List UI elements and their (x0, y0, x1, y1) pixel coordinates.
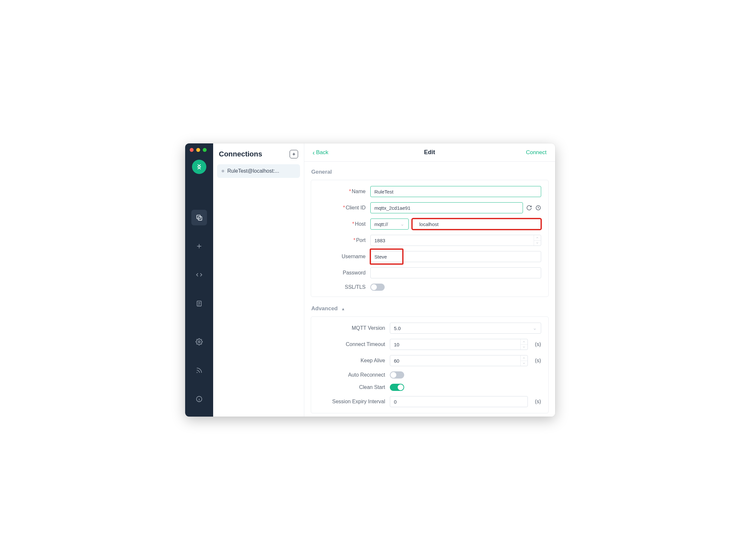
stepper-down-icon[interactable] (521, 345, 528, 350)
main-area: ‹ Back Edit Connect General *Name *Clien… (304, 143, 555, 417)
nav-script[interactable] (191, 267, 207, 283)
code-icon (196, 271, 203, 278)
host-scheme-value: mqtt:// (375, 221, 388, 227)
client-id-label: Client ID (346, 205, 365, 210)
username-input[interactable] (370, 251, 541, 262)
host-scheme-select[interactable]: mqtt:// ⌄ (370, 219, 409, 230)
connect-button[interactable]: Connect (526, 149, 546, 156)
logo-icon (196, 163, 203, 171)
auto-reconnect-toggle[interactable] (390, 371, 404, 378)
keep-alive-unit: (s) (535, 358, 541, 363)
app-window: Connections RuleTest@localhost:... ‹ Bac… (185, 143, 555, 417)
copy-icon (196, 214, 203, 221)
section-advanced-toggle[interactable]: Advanced ▲ (311, 305, 548, 312)
ssl-label: SSL/TLS (345, 284, 365, 290)
row-mqtt-version: MQTT Version 5.0 ⌄ (318, 323, 541, 334)
mqtt-version-value: 5.0 (394, 326, 401, 331)
clock-icon (535, 205, 541, 211)
stepper-down-icon[interactable] (521, 361, 528, 366)
username-label: Username (342, 254, 366, 259)
chevron-down-icon: ⌄ (400, 221, 404, 227)
document-icon (196, 300, 203, 307)
connections-sidebar: Connections RuleTest@localhost:... (213, 143, 304, 417)
add-connection-button[interactable] (290, 150, 298, 158)
row-password: Password (318, 267, 541, 278)
auto-reconnect-label: Auto Reconnect (348, 372, 385, 377)
page-title: Edit (424, 149, 435, 156)
plus-icon (292, 152, 296, 156)
row-keep-alive: Keep Alive (s) (318, 355, 541, 366)
port-label: Port (356, 237, 365, 243)
sidebar-header: Connections (213, 143, 304, 163)
keep-alive-label: Keep Alive (361, 358, 385, 363)
stepper-up-icon[interactable] (534, 235, 541, 241)
clean-start-toggle[interactable] (390, 384, 404, 391)
nav-log[interactable] (191, 296, 207, 311)
client-id-history-button[interactable] (535, 205, 541, 211)
client-id-input[interactable] (370, 202, 523, 213)
window-controls (190, 148, 207, 152)
nav-connections[interactable] (191, 210, 207, 225)
refresh-icon (526, 205, 532, 211)
clean-start-label: Clean Start (359, 384, 385, 390)
app-logo (192, 160, 206, 174)
status-dot-icon (221, 170, 224, 173)
connect-timeout-unit: (s) (535, 341, 541, 347)
gear-icon (196, 338, 203, 345)
row-port: *Port (318, 235, 541, 246)
name-input[interactable] (370, 186, 541, 197)
mqtt-version-label: MQTT Version (352, 325, 385, 331)
back-label: Back (316, 149, 328, 156)
maximize-window-button[interactable] (203, 148, 207, 152)
sidebar-title: Connections (219, 150, 262, 158)
refresh-client-id-button[interactable] (526, 205, 532, 211)
port-input[interactable] (370, 235, 541, 246)
connect-timeout-stepper[interactable] (520, 339, 528, 350)
connect-timeout-input[interactable] (390, 339, 528, 350)
port-stepper[interactable] (534, 235, 541, 245)
row-connect-timeout: Connect Timeout (s) (318, 339, 541, 350)
connection-label: RuleTest@localhost:... (227, 168, 279, 174)
plus-icon (196, 243, 203, 250)
ssl-toggle[interactable] (370, 284, 385, 291)
nav-new[interactable] (191, 238, 207, 254)
caret-up-icon: ▲ (341, 307, 345, 311)
main-header: ‹ Back Edit Connect (304, 143, 555, 161)
nav-rail (185, 143, 213, 417)
nav-about[interactable] (191, 391, 207, 407)
keep-alive-stepper[interactable] (520, 355, 528, 366)
chevron-down-icon: ⌄ (533, 325, 537, 331)
nav-feed[interactable] (191, 363, 207, 378)
nav-group-bottom (191, 334, 207, 407)
back-button[interactable]: ‹ Back (313, 149, 328, 156)
session-expiry-unit: (s) (535, 399, 541, 405)
minimize-window-button[interactable] (196, 148, 200, 152)
info-icon (196, 396, 203, 403)
chevron-left-icon: ‹ (313, 149, 315, 156)
mqtt-version-select[interactable]: 5.0 ⌄ (390, 323, 541, 334)
nav-settings[interactable] (191, 334, 207, 350)
stepper-up-icon[interactable] (521, 355, 528, 361)
form-body: General *Name *Client ID (304, 161, 555, 417)
connection-item[interactable]: RuleTest@localhost:... (217, 164, 300, 178)
session-expiry-input[interactable] (390, 396, 528, 407)
stepper-down-icon[interactable] (534, 241, 541, 246)
section-advanced-label: Advanced (311, 305, 338, 312)
rss-icon (196, 367, 203, 374)
row-auto-reconnect: Auto Reconnect (318, 371, 541, 378)
svg-point-3 (198, 341, 200, 343)
row-clean-start: Clean Start (318, 384, 541, 391)
general-panel: *Name *Client ID (311, 180, 549, 297)
password-input[interactable] (370, 267, 541, 278)
stepper-up-icon[interactable] (521, 339, 528, 345)
name-label: Name (352, 189, 366, 194)
row-client-id: *Client ID (318, 202, 541, 213)
session-expiry-label: Session Expiry Interval (332, 399, 385, 404)
section-general-label: General (311, 169, 548, 175)
close-window-button[interactable] (190, 148, 194, 152)
row-session-expiry: Session Expiry Interval (s) (318, 396, 541, 407)
host-input[interactable] (412, 219, 541, 230)
keep-alive-input[interactable] (390, 355, 528, 366)
password-label: Password (343, 270, 365, 275)
row-username: Username (318, 251, 541, 262)
